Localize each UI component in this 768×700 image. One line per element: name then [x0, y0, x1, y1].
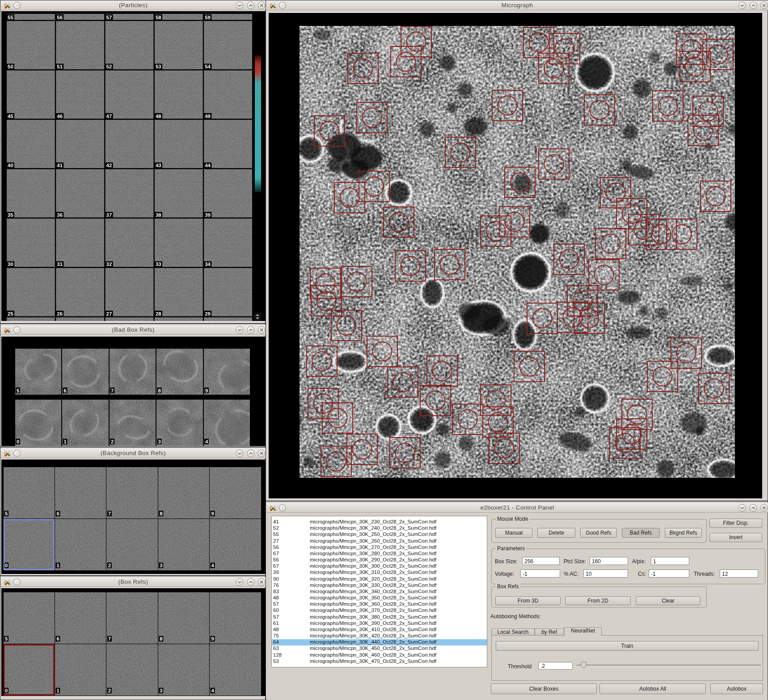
- svg-text:37: 37: [106, 212, 112, 218]
- svg-text:7: 7: [108, 636, 111, 641]
- svg-text:59: 59: [205, 15, 211, 20]
- svg-text:36: 36: [57, 212, 63, 218]
- svg-text:0: 0: [5, 563, 8, 568]
- svg-text:43: 43: [156, 163, 161, 168]
- svg-text:31: 31: [57, 261, 63, 267]
- svg-text:8: 8: [160, 636, 163, 641]
- svg-text:56: 56: [57, 15, 63, 20]
- svg-text:1: 1: [56, 688, 59, 693]
- svg-text:58: 58: [156, 15, 161, 20]
- svg-text:54: 54: [205, 64, 211, 69]
- svg-text:47: 47: [106, 114, 112, 119]
- svg-text:8: 8: [158, 388, 161, 393]
- svg-text:5: 5: [17, 388, 20, 393]
- svg-text:3: 3: [160, 563, 162, 568]
- svg-text:25: 25: [8, 311, 13, 316]
- svg-text:51: 51: [57, 64, 63, 69]
- svg-text:44: 44: [205, 163, 211, 168]
- svg-text:5: 5: [5, 636, 8, 641]
- svg-text:26: 26: [57, 311, 63, 316]
- svg-text:7: 7: [108, 511, 111, 516]
- svg-text:7: 7: [111, 388, 114, 393]
- svg-text:2: 2: [111, 439, 114, 444]
- svg-text:9: 9: [211, 636, 214, 641]
- svg-text:33: 33: [156, 261, 161, 267]
- svg-text:6: 6: [64, 388, 67, 393]
- svg-text:41: 41: [57, 163, 63, 168]
- svg-text:57: 57: [106, 15, 112, 20]
- svg-text:49: 49: [205, 114, 211, 119]
- svg-text:42: 42: [106, 163, 112, 168]
- svg-text:48: 48: [156, 114, 161, 119]
- svg-text:9: 9: [211, 511, 214, 516]
- svg-text:45: 45: [8, 114, 13, 119]
- svg-text:0: 0: [17, 439, 19, 444]
- svg-text:52: 52: [106, 64, 112, 69]
- svg-text:40: 40: [8, 163, 13, 168]
- svg-text:1: 1: [64, 439, 67, 444]
- svg-text:6: 6: [56, 511, 59, 516]
- svg-text:4: 4: [211, 563, 215, 568]
- svg-text:30: 30: [8, 261, 13, 267]
- svg-text:34: 34: [205, 261, 211, 267]
- svg-text:5: 5: [5, 511, 8, 516]
- svg-text:39: 39: [205, 212, 211, 218]
- svg-text:4: 4: [205, 439, 208, 444]
- svg-text:2: 2: [108, 688, 111, 693]
- svg-text:8: 8: [160, 511, 163, 516]
- svg-text:32: 32: [106, 261, 112, 267]
- svg-text:38: 38: [156, 212, 161, 218]
- svg-text:50: 50: [8, 64, 13, 69]
- svg-text:53: 53: [156, 64, 161, 69]
- svg-text:46: 46: [57, 114, 63, 119]
- svg-text:1: 1: [56, 563, 59, 568]
- svg-text:2: 2: [108, 563, 111, 568]
- svg-text:9: 9: [205, 388, 208, 393]
- svg-text:29: 29: [205, 311, 211, 316]
- svg-text:3: 3: [160, 688, 162, 693]
- svg-text:4: 4: [211, 688, 215, 693]
- svg-text:3: 3: [158, 439, 161, 444]
- svg-text:27: 27: [106, 311, 112, 316]
- svg-text:35: 35: [8, 212, 13, 218]
- svg-text:6: 6: [56, 636, 59, 641]
- svg-text:55: 55: [8, 15, 13, 20]
- svg-text:0: 0: [5, 688, 8, 693]
- svg-text:28: 28: [156, 311, 161, 316]
